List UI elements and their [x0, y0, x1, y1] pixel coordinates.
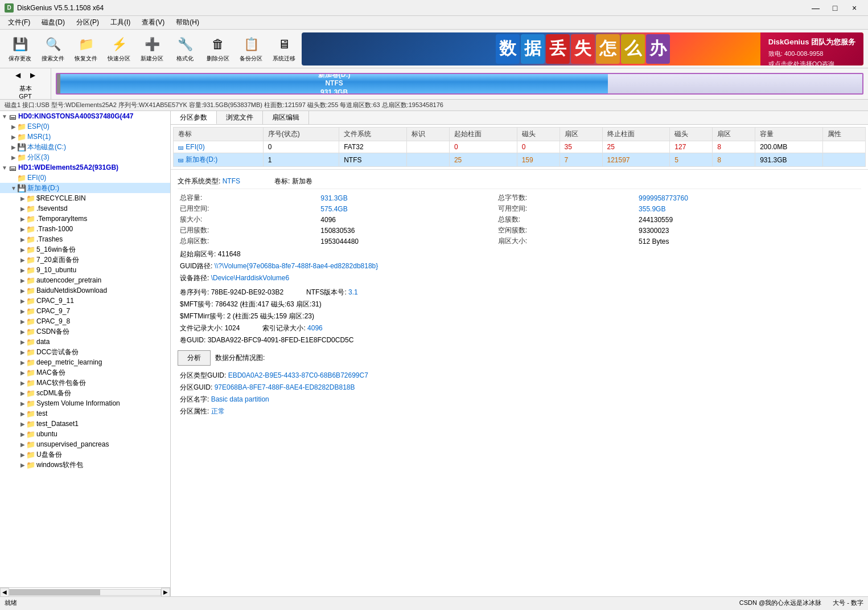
toggle-test[interactable]: ▶ [19, 410, 26, 417]
toggle-mac[interactable]: ▶ [19, 369, 26, 376]
toggle-localc[interactable]: ▶ [10, 144, 17, 150]
tree-item-hd1[interactable]: ▼ 🖴 HD1:WDElements25A2(931GB) [0, 162, 170, 173]
hscroll-track[interactable] [9, 589, 161, 596]
tree-item-test[interactable]: ▶ 📁 test [0, 408, 170, 419]
tree-item-ubackup[interactable]: ▶ 📁 U盘备份 [0, 449, 170, 460]
tab-browse-files[interactable]: 浏览文件 [217, 111, 263, 124]
toggle-trashes[interactable]: ▶ [19, 236, 26, 243]
toggle-msr1[interactable]: ▶ [10, 133, 17, 140]
toggle-ubuntu[interactable]: ▶ [19, 431, 26, 437]
partition-table-row[interactable]: 🖴 EFI(0)0FAT320035251278200.0MB [174, 141, 866, 153]
tree-hscroll[interactable]: ◀ ▶ [0, 587, 170, 596]
toggle-hd0[interactable]: ▼ [1, 113, 8, 120]
tab-partition-params[interactable]: 分区参数 [171, 111, 217, 124]
toggle-scdml[interactable]: ▶ [19, 390, 26, 396]
menu-view[interactable]: 查看(V) [136, 17, 170, 28]
maximize-button[interactable]: □ [826, 2, 844, 14]
toggle-trash1000[interactable]: ▶ [19, 226, 26, 232]
tree-item-unsupervised[interactable]: ▶ 📁 unsupervised_pancreas [0, 439, 170, 449]
toggle-csdn[interactable]: ▶ [19, 328, 26, 335]
tree-item-efi1[interactable]: ▶ 📁 EFI(0) [0, 173, 170, 183]
menu-file[interactable]: 文件(F) [2, 17, 36, 28]
menu-help[interactable]: 帮助(H) [170, 17, 205, 28]
analyze-button[interactable]: 分析 [178, 350, 211, 366]
tree-item-tempitems[interactable]: ▶ 📁 .TemporaryItems [0, 214, 170, 224]
tree-item-dcc[interactable]: ▶ 📁 DCC尝试备份 [0, 347, 170, 357]
tree-item-cpac98[interactable]: ▶ 📁 CPAC_9_8 [0, 316, 170, 326]
tree-item-csdn[interactable]: ▶ 📁 CSDN备份 [0, 326, 170, 337]
tree-item-autoencoder[interactable]: ▶ 📁 autoencoder_pretrain [0, 275, 170, 285]
tree-item-msr1[interactable]: ▶ 📁 MSR(1) [0, 132, 170, 142]
tree-item-win16[interactable]: ▶ 📁 5_16win备份 [0, 244, 170, 255]
tree-item-trashes[interactable]: ▶ 📁 .Trashes [0, 234, 170, 244]
quick-partition-button[interactable]: ⚡ 快速分区 [104, 32, 134, 65]
tree-item-testdataset[interactable]: ▶ 📁 test_Dataset1 [0, 419, 170, 429]
toggle-ubuntu910[interactable]: ▶ [19, 267, 26, 273]
minimize-button[interactable]: — [807, 2, 825, 14]
tree-item-winsoftware[interactable]: ▶ 📁 windows软件包 [0, 460, 170, 470]
hscroll-right[interactable]: ▶ [161, 588, 170, 597]
toggle-dcc[interactable]: ▶ [19, 349, 26, 355]
toggle-unsupervised[interactable]: ▶ [19, 441, 26, 448]
toggle-sysvolinfo[interactable]: ▶ [19, 400, 26, 407]
toggle-deep[interactable]: ▶ [19, 359, 26, 366]
tree-item-trash1000[interactable]: ▶ 📁 .Trash-1000 [0, 224, 170, 234]
toggle-esp0[interactable]: ▶ [10, 123, 17, 130]
tree-item-mac[interactable]: ▶ 📁 MAC备份 [0, 367, 170, 378]
partition-table-row[interactable]: 🖴 新加卷(D:)1NTFS25159712159758931.3GB [174, 153, 866, 167]
save-button[interactable]: 💾 保存更改 [5, 32, 35, 65]
toggle-ubackup[interactable]: ▶ [19, 451, 26, 458]
toggle-autoencoder[interactable]: ▶ [19, 277, 26, 284]
tree-item-cpac911[interactable]: ▶ 📁 CPAC_9_11 [0, 296, 170, 306]
hscroll-left[interactable]: ◀ [0, 588, 9, 597]
tree-item-esp0[interactable]: ▶ 📁 ESP(0) [0, 121, 170, 132]
toggle-macsw[interactable]: ▶ [19, 379, 26, 386]
tree-item-deep[interactable]: ▶ 📁 deep_metric_learning [0, 357, 170, 367]
menu-disk[interactable]: 磁盘(D) [36, 17, 71, 28]
tree-item-data[interactable]: ▶ 📁 data [0, 337, 170, 347]
menu-partition[interactable]: 分区(P) [71, 17, 105, 28]
tree-item-macsw[interactable]: ▶ 📁 MAC软件包备份 [0, 378, 170, 388]
format-button[interactable]: 🔧 格式化 [170, 32, 200, 65]
toggle-newvol[interactable]: ▼ [10, 185, 17, 191]
recover-file-button[interactable]: 📁 恢复文件 [71, 32, 101, 65]
tree-item-hd0[interactable]: ▼ 🖴 HD0:KINGSTONSA400S37480G(447 [0, 111, 170, 121]
migrate-button[interactable]: 🖥 系统迁移 [269, 32, 299, 65]
toggle-cpac98[interactable]: ▶ [19, 318, 26, 325]
toggle-part3[interactable]: ▶ [10, 154, 17, 161]
tree-item-scdml[interactable]: ▶ 📁 scDML备份 [0, 388, 170, 398]
tree-item-cpac97[interactable]: ▶ 📁 CPAC_9_7 [0, 306, 170, 316]
tree-item-newvol[interactable]: ▼ 💾 新加卷(D:) [0, 183, 170, 193]
toggle-fseventsd[interactable]: ▶ [19, 205, 26, 212]
toggle-recycle[interactable]: ▶ [19, 195, 26, 202]
close-button[interactable]: × [845, 2, 863, 14]
tree-item-recycle[interactable]: ▶ 📁 $RECYCLE.BIN [0, 193, 170, 203]
toggle-tempitems[interactable]: ▶ [19, 215, 26, 222]
nav-forward-button[interactable]: ▶ [26, 68, 40, 82]
tree-item-ubuntu[interactable]: ▶ 📁 ubuntu [0, 429, 170, 439]
tree-item-part3[interactable]: ▶ 📁 分区(3) [0, 152, 170, 162]
toggle-win16[interactable]: ▶ [19, 246, 26, 253]
toggle-winsoftware[interactable]: ▶ [19, 461, 26, 468]
toggle-desk720[interactable]: ▶ [19, 256, 26, 263]
mftmirr-row: $MFTMirr簇号: 2 (柱面:25 磁头:159 扇区:23) [178, 311, 861, 322]
toggle-cpac911[interactable]: ▶ [19, 297, 26, 304]
toggle-hd1[interactable]: ▼ [1, 164, 8, 171]
tree-item-localc[interactable]: ▶ 💾 本地磁盘(C:) [0, 142, 170, 152]
tab-sector-edit[interactable]: 扇区编辑 [263, 111, 309, 124]
tree-item-desk720[interactable]: ▶ 📁 7_20桌面备份 [0, 255, 170, 265]
toggle-testdataset[interactable]: ▶ [19, 420, 26, 427]
new-partition-button[interactable]: ➕ 新建分区 [137, 32, 167, 65]
nav-back-button[interactable]: ◀ [11, 68, 25, 82]
tree-item-baidu[interactable]: ▶ 📁 BaiduNetdiskDownload [0, 285, 170, 296]
tree-item-sysvolinfo[interactable]: ▶ 📁 System Volume Information [0, 398, 170, 408]
tree-item-fseventsd[interactable]: ▶ 📁 .fseventsd [0, 203, 170, 214]
delete-partition-button[interactable]: 🗑 删除分区 [203, 32, 233, 65]
toggle-cpac97[interactable]: ▶ [19, 308, 26, 314]
backup-partition-button[interactable]: 📋 备份分区 [236, 32, 266, 65]
tree-item-ubuntu910[interactable]: ▶ 📁 9_10_ubuntu [0, 265, 170, 275]
menu-tools[interactable]: 工具(I) [105, 17, 136, 28]
toggle-baidu[interactable]: ▶ [19, 287, 26, 294]
search-file-button[interactable]: 🔍 搜索文件 [38, 32, 68, 65]
toggle-data[interactable]: ▶ [19, 338, 26, 345]
